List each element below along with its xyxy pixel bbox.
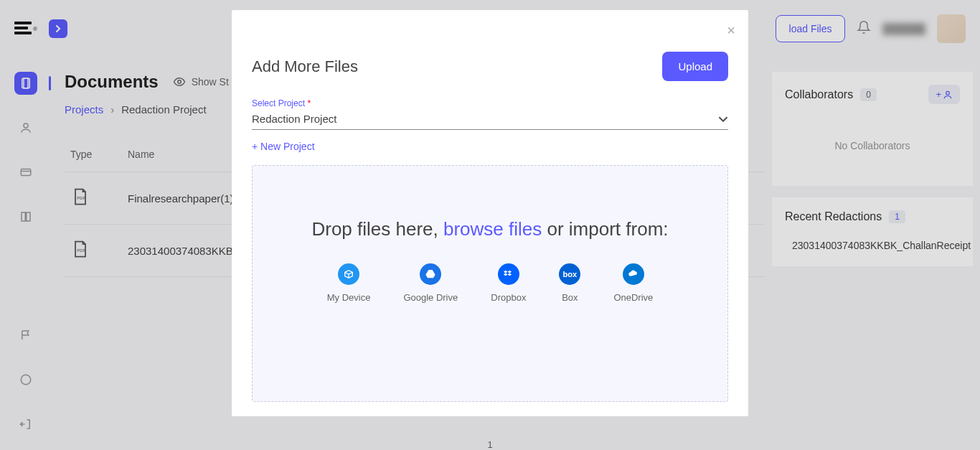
- import-label: Dropbox: [491, 292, 526, 303]
- browse-files-link[interactable]: browse files: [443, 218, 542, 240]
- dropzone-text: Drop files here, browse files or import …: [281, 216, 699, 242]
- device-icon: [338, 263, 359, 285]
- project-select-value: Redaction Project: [252, 113, 336, 125]
- gdrive-icon: [420, 263, 441, 285]
- import-google-drive[interactable]: Google Drive: [403, 263, 458, 303]
- import-label: My Device: [327, 292, 371, 303]
- modal-title: Add More Files: [252, 57, 358, 76]
- chevron-down-icon: [718, 114, 728, 124]
- import-my-device[interactable]: My Device: [327, 263, 371, 303]
- new-project-link[interactable]: + New Project: [252, 141, 315, 152]
- select-project-label: Select Project *: [252, 98, 728, 108]
- import-label: Box: [562, 292, 578, 303]
- import-onedrive[interactable]: OneDrive: [613, 263, 653, 303]
- close-icon[interactable]: ×: [727, 23, 735, 37]
- import-dropbox[interactable]: Dropbox: [491, 263, 526, 303]
- import-label: OneDrive: [613, 292, 653, 303]
- modal-overlay[interactable]: × Add More Files Upload Select Project *…: [0, 0, 980, 450]
- import-label: Google Drive: [403, 292, 458, 303]
- file-dropzone[interactable]: Drop files here, browse files or import …: [252, 165, 728, 402]
- box-icon: box: [559, 263, 580, 285]
- dropbox-icon: [498, 263, 519, 285]
- project-select[interactable]: Redaction Project: [252, 108, 728, 130]
- onedrive-icon: [623, 263, 644, 285]
- add-files-modal: × Add More Files Upload Select Project *…: [232, 10, 748, 416]
- import-box[interactable]: box Box: [559, 263, 580, 303]
- upload-button[interactable]: Upload: [662, 52, 728, 81]
